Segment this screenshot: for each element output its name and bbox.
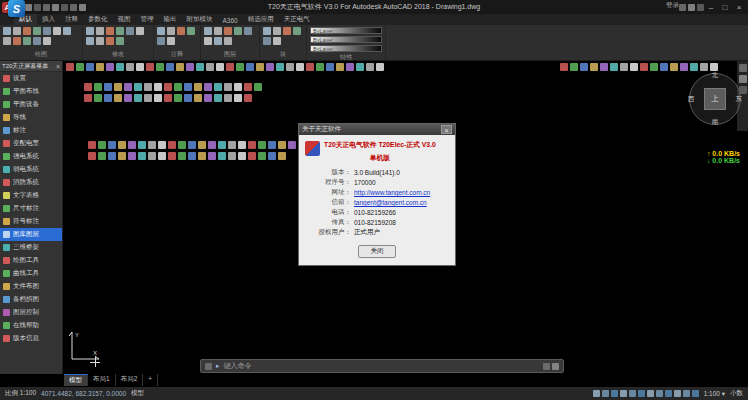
- palette-item[interactable]: 备档拆图: [0, 293, 62, 306]
- toolbar-icon[interactable]: [268, 152, 276, 160]
- toolbar-icon[interactable]: [33, 27, 41, 35]
- toolbar-icon[interactable]: [114, 83, 122, 91]
- palette-item[interactable]: 三维桥架: [0, 241, 62, 254]
- toolbar-icon[interactable]: [268, 141, 276, 149]
- ribbon-tab[interactable]: 参数化: [83, 14, 113, 25]
- toolbar-icon[interactable]: [234, 83, 242, 91]
- toolbar-icon[interactable]: [43, 37, 51, 45]
- dialog-close-icon[interactable]: ×: [441, 125, 452, 134]
- toolbar-icon[interactable]: [86, 63, 94, 71]
- toolbar-icon[interactable]: [610, 63, 618, 71]
- toolbar-icon[interactable]: [288, 141, 296, 149]
- toolbar-icon[interactable]: [216, 63, 224, 71]
- toolbar-icon[interactable]: [104, 94, 112, 102]
- toolbar-icon[interactable]: [224, 83, 232, 91]
- bylayer-dropdown[interactable]: ByLayer: [310, 27, 382, 34]
- toolbar-icon[interactable]: [156, 63, 164, 71]
- panel-label-layers[interactable]: 图层: [204, 49, 256, 60]
- toolbar-icon[interactable]: [104, 83, 112, 91]
- toolbar-icon[interactable]: [167, 37, 175, 45]
- ribbon-tab[interactable]: 管理: [136, 14, 159, 25]
- palette-item[interactable]: 消防系统: [0, 176, 62, 189]
- toolbar-icon[interactable]: [593, 390, 600, 397]
- toolbar-icon[interactable]: [258, 141, 266, 149]
- toolbar-icon[interactable]: [136, 63, 144, 71]
- toolbar-icon[interactable]: [278, 152, 286, 160]
- toolbar-icon[interactable]: [25, 4, 32, 11]
- toolbar-icon[interactable]: [620, 390, 627, 397]
- palette-item[interactable]: 平面设备: [0, 98, 62, 111]
- toolbar-icon[interactable]: [590, 63, 598, 71]
- toolbar-icon[interactable]: [244, 27, 252, 35]
- toolbar-icon[interactable]: [148, 141, 156, 149]
- toolbar-icon[interactable]: [144, 94, 152, 102]
- toolbar-icon[interactable]: [61, 4, 68, 11]
- ribbon-tab[interactable]: 天正电气: [279, 14, 315, 25]
- toolbar-icon[interactable]: [611, 390, 618, 397]
- command-input[interactable]: 键入命令: [224, 361, 539, 371]
- palette-item[interactable]: 版本信息: [0, 332, 62, 345]
- toolbar-icon[interactable]: [198, 152, 206, 160]
- toolbar-icon[interactable]: [158, 152, 166, 160]
- palette-header[interactable]: T20天正屏幕菜单 ×: [0, 61, 62, 72]
- toolbar-icon[interactable]: [238, 152, 246, 160]
- toolbar-icon[interactable]: [236, 63, 244, 71]
- toolbar-icon[interactable]: [187, 27, 195, 35]
- toolbar-icon[interactable]: [198, 141, 206, 149]
- palette-item[interactable]: 图库图层: [0, 228, 62, 241]
- toolbar-icon[interactable]: [108, 152, 116, 160]
- toolbar-icon[interactable]: [184, 94, 192, 102]
- toolbar-icon[interactable]: [116, 27, 124, 35]
- toolbar-icon[interactable]: [244, 94, 252, 102]
- palette-item[interactable]: 曲线工具: [0, 267, 62, 280]
- toolbar-icon[interactable]: [106, 27, 114, 35]
- palette-item[interactable]: 绘图工具: [0, 254, 62, 267]
- toolbar-icon[interactable]: [43, 27, 51, 35]
- toolbar-icon[interactable]: [234, 94, 242, 102]
- toolbar-icon[interactable]: [168, 152, 176, 160]
- toolbar-icon[interactable]: [128, 152, 136, 160]
- toolbar-icon[interactable]: [70, 4, 77, 11]
- panel-label-draw[interactable]: 绘图: [3, 49, 79, 60]
- viewcube[interactable]: 北 南 西 东 上: [686, 70, 744, 128]
- toolbar-icon[interactable]: [154, 94, 162, 102]
- toolbar-icon[interactable]: [580, 63, 588, 71]
- toolbar-icon[interactable]: [234, 27, 242, 35]
- toolbar-icon[interactable]: [283, 27, 291, 35]
- toolbar-icon[interactable]: [600, 63, 608, 71]
- toolbar-icon[interactable]: [118, 152, 126, 160]
- toolbar-icon[interactable]: [276, 63, 284, 71]
- toolbar-icon[interactable]: [124, 83, 132, 91]
- panel-label-modify[interactable]: 修改: [86, 49, 150, 60]
- toolbar-icon[interactable]: [188, 152, 196, 160]
- toolbar-icon[interactable]: [108, 141, 116, 149]
- toolbar-icon[interactable]: [248, 152, 256, 160]
- dialog-title-bar[interactable]: 关于天正软件 ×: [299, 124, 455, 135]
- toolbar-icon[interactable]: [184, 83, 192, 91]
- bylayer-dropdown[interactable]: ByLayer: [310, 45, 382, 52]
- toolbar-icon[interactable]: [238, 141, 246, 149]
- toolbar-icon[interactable]: [178, 152, 186, 160]
- palette-item[interactable]: 设置: [0, 72, 62, 85]
- toolbar-icon[interactable]: [158, 141, 166, 149]
- toolbar-icon[interactable]: [286, 63, 294, 71]
- toolbar-icon[interactable]: [84, 94, 92, 102]
- toolbar-icon[interactable]: [96, 63, 104, 71]
- panel-label-properties[interactable]: 特性: [310, 52, 382, 63]
- toolbar-icon[interactable]: [326, 63, 334, 71]
- toolbar-icon[interactable]: [366, 63, 374, 71]
- toolbar-icon[interactable]: [650, 63, 658, 71]
- palette-item[interactable]: 符号标注: [0, 215, 62, 228]
- command-customize-icon[interactable]: [205, 363, 212, 370]
- toolbar-icon[interactable]: [263, 27, 271, 35]
- toolbar-icon[interactable]: [116, 37, 124, 45]
- toolbar-icon[interactable]: [273, 27, 281, 35]
- toolbar-icon[interactable]: [23, 27, 31, 35]
- toolbar-icon[interactable]: [194, 83, 202, 91]
- toolbar-icon[interactable]: [53, 27, 61, 35]
- toolbar-icon[interactable]: [164, 94, 172, 102]
- toolbar-icon[interactable]: [688, 4, 695, 11]
- toolbar-icon[interactable]: [376, 63, 384, 71]
- toolbar-icon[interactable]: [670, 63, 678, 71]
- toolbar-icon[interactable]: [157, 27, 165, 35]
